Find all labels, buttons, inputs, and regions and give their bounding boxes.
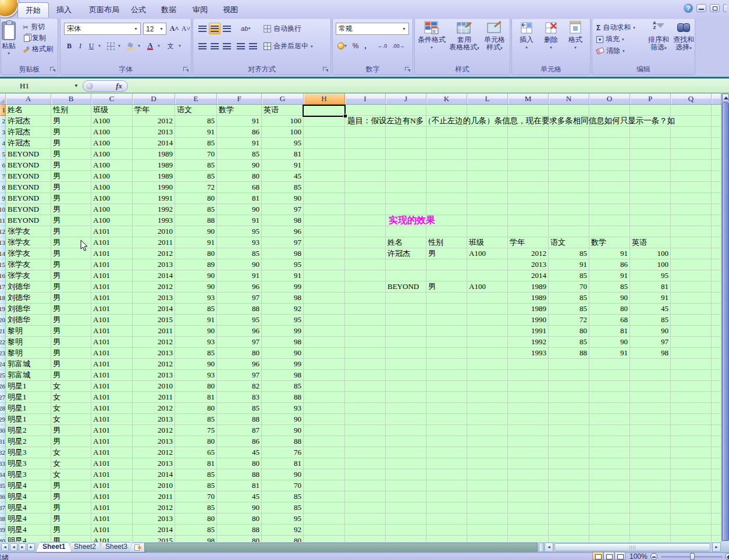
- cell-N39[interactable]: [549, 525, 589, 536]
- cell-F7[interactable]: 80: [217, 171, 262, 182]
- cell-partial-28[interactable]: [712, 403, 721, 414]
- cell-F31[interactable]: 86: [217, 436, 262, 447]
- cell-L20[interactable]: [467, 315, 508, 326]
- cell-partial-19[interactable]: [712, 304, 721, 315]
- cell-O16[interactable]: 91: [589, 270, 630, 281]
- cell-F16[interactable]: 91: [217, 270, 262, 281]
- cell-I7[interactable]: [345, 171, 386, 182]
- cell-B6[interactable]: 男: [51, 160, 91, 171]
- cell-G10[interactable]: 97: [262, 204, 304, 215]
- column-header-H[interactable]: H: [304, 94, 345, 105]
- cell-partial-16[interactable]: [712, 270, 721, 281]
- cell-F35[interactable]: 81: [217, 480, 262, 491]
- column-header-O[interactable]: O: [589, 94, 630, 105]
- cell-N35[interactable]: [549, 480, 589, 491]
- cell-C25[interactable]: A101: [91, 370, 133, 381]
- cell-L35[interactable]: [467, 480, 508, 491]
- cell-L13[interactable]: 班级: [467, 237, 508, 248]
- cell-A9[interactable]: BEYOND: [6, 193, 51, 204]
- row-header-2[interactable]: 2: [0, 116, 6, 127]
- select-all-button[interactable]: [0, 94, 6, 105]
- cell-M6[interactable]: [508, 160, 549, 171]
- cell-I14[interactable]: [345, 248, 386, 259]
- cell-O10[interactable]: [589, 204, 630, 215]
- cell-N1[interactable]: [549, 105, 589, 116]
- cell-K20[interactable]: [426, 315, 467, 326]
- scroll-right-button[interactable]: ►: [712, 543, 721, 552]
- column-header-D[interactable]: D: [133, 94, 175, 105]
- cell-G18[interactable]: 98: [262, 293, 304, 304]
- cell-B40[interactable]: 男: [51, 536, 91, 542]
- column-header-N[interactable]: N: [549, 94, 589, 105]
- cell-Q37[interactable]: [671, 502, 712, 513]
- cell-M11[interactable]: [508, 215, 549, 226]
- cell-N25[interactable]: [549, 370, 589, 381]
- cell-O18[interactable]: 90: [589, 293, 630, 304]
- accounting-format-button[interactable]: ▾: [336, 40, 349, 52]
- column-header-K[interactable]: K: [426, 94, 467, 105]
- cell-P26[interactable]: [630, 381, 671, 392]
- cell-Q16[interactable]: [671, 270, 712, 281]
- cell-O5[interactable]: [589, 149, 630, 160]
- cell-A8[interactable]: BEYOND: [6, 182, 51, 193]
- cell-B5[interactable]: 男: [51, 149, 91, 160]
- cell-L31[interactable]: [467, 436, 508, 447]
- cell-L37[interactable]: [467, 502, 508, 513]
- cell-B3[interactable]: 男: [51, 127, 91, 138]
- cell-O37[interactable]: [589, 502, 630, 513]
- cell-J10[interactable]: [386, 204, 426, 215]
- cell-M31[interactable]: [508, 436, 549, 447]
- cell-D26[interactable]: 2010: [133, 381, 175, 392]
- conditional-formatting-button[interactable]: ≤ 条件格式 ▾: [416, 21, 447, 51]
- cell-Q18[interactable]: [671, 293, 712, 304]
- cell-K12[interactable]: [426, 226, 467, 237]
- comma-style-button[interactable]: ,: [361, 40, 369, 52]
- column-header-L[interactable]: L: [467, 94, 508, 105]
- cell-C27[interactable]: A101: [91, 392, 133, 403]
- cell-partial-4[interactable]: [712, 138, 721, 149]
- cell-P9[interactable]: [630, 193, 671, 204]
- cell-P17[interactable]: 81: [630, 281, 671, 293]
- cell-G1[interactable]: 英语: [262, 105, 304, 116]
- cell-H37[interactable]: [304, 502, 345, 513]
- name-box-dropdown-icon[interactable]: ▼: [74, 83, 79, 88]
- cell-N37[interactable]: [549, 502, 589, 513]
- cell-O12[interactable]: [589, 226, 630, 237]
- cell-H15[interactable]: [304, 259, 345, 270]
- cell-N15[interactable]: 91: [549, 259, 589, 270]
- cell-K32[interactable]: [426, 447, 467, 458]
- cell-M9[interactable]: [508, 193, 549, 204]
- office-button[interactable]: [0, 0, 19, 17]
- cell-K7[interactable]: [426, 171, 467, 182]
- cell-E21[interactable]: 90: [175, 326, 217, 337]
- cell-partial-15[interactable]: [712, 259, 721, 270]
- cell-H29[interactable]: [304, 414, 345, 425]
- cell-A34[interactable]: 明星3: [6, 469, 51, 480]
- cell-D9[interactable]: 1991: [133, 193, 175, 204]
- cell-K34[interactable]: [426, 469, 467, 480]
- cell-C12[interactable]: A101: [91, 226, 133, 237]
- paste-dropdown-icon[interactable]: ▾: [0, 51, 20, 56]
- cell-L39[interactable]: [467, 525, 508, 536]
- cell-K19[interactable]: [426, 304, 467, 315]
- cell-A39[interactable]: 明星4: [6, 525, 51, 536]
- cell-Q11[interactable]: [671, 215, 712, 226]
- cell-A36[interactable]: 明星4: [6, 491, 51, 502]
- zoom-slider-thumb[interactable]: [690, 553, 695, 560]
- cell-L11[interactable]: [467, 215, 508, 226]
- row-header-21[interactable]: 21: [0, 326, 6, 337]
- cell-C24[interactable]: A101: [91, 359, 133, 370]
- cell-K16[interactable]: [426, 270, 467, 281]
- row-header-26[interactable]: 26: [0, 381, 6, 392]
- cell-C17[interactable]: A101: [91, 281, 133, 293]
- cell-F4[interactable]: 91: [217, 138, 262, 149]
- cell-H5[interactable]: [304, 149, 345, 160]
- cell-G5[interactable]: 81: [262, 149, 304, 160]
- cell-P24[interactable]: [630, 359, 671, 370]
- cell-partial-33[interactable]: [712, 458, 721, 469]
- cell-A21[interactable]: 黎明: [6, 326, 51, 337]
- cell-L27[interactable]: [467, 392, 508, 403]
- cell-partial-11[interactable]: [712, 215, 721, 226]
- cell-O4[interactable]: [589, 138, 630, 149]
- font-dialog-launcher-icon[interactable]: [183, 67, 189, 73]
